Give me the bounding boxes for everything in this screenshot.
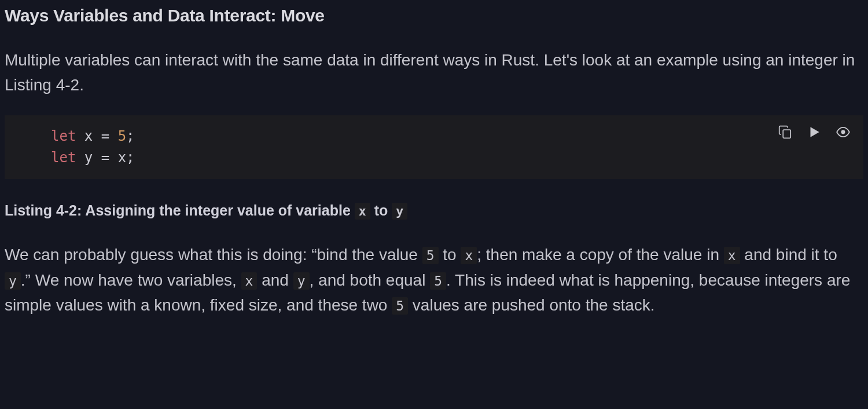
text: to (439, 246, 461, 264)
play-icon[interactable] (807, 125, 822, 140)
text: and bind it to (740, 246, 837, 264)
code-inline-y: y (293, 272, 310, 290)
caption-text: to (370, 202, 392, 218)
code-inline-5: 5 (430, 272, 446, 290)
code-inline-5: 5 (422, 247, 439, 264)
explanation-paragraph: We can probably guess what this is doing… (5, 242, 863, 317)
semicolon: ; (126, 149, 134, 166)
eye-icon[interactable] (836, 125, 851, 140)
code-inline-x: x (355, 203, 370, 220)
keyword-let: let (51, 149, 76, 166)
code-inline-5: 5 (392, 297, 408, 315)
section-heading: Ways Variables and Data Interact: Move (5, 6, 863, 25)
keyword-let: let (51, 128, 76, 144)
text: .” We now have two variables, (21, 271, 241, 289)
code-content: let x = 5; let y = x; (51, 126, 852, 169)
semicolon: ; (126, 128, 134, 144)
text: , and both equal (310, 271, 431, 289)
operator: = (101, 149, 109, 166)
code-block: let x = 5; let y = x; (5, 115, 863, 179)
copy-icon[interactable] (778, 125, 793, 140)
caption-text: Listing 4-2: Assigning the integer value… (5, 202, 355, 218)
identifier: x (84, 128, 93, 144)
identifier: x (118, 149, 126, 166)
code-inline-x: x (461, 247, 477, 264)
operator: = (101, 128, 109, 144)
text: We can probably guess what this is doing… (5, 246, 422, 264)
identifier: y (84, 149, 93, 166)
svg-point-1 (841, 130, 845, 134)
code-inline-y: y (392, 203, 407, 220)
listing-caption: Listing 4-2: Assigning the integer value… (5, 202, 863, 219)
intro-paragraph: Multiple variables can interact with the… (5, 48, 863, 98)
number-literal: 5 (118, 128, 126, 144)
code-inline-x: x (724, 247, 740, 264)
text: values are pushed onto the stack. (408, 296, 655, 314)
svg-rect-0 (783, 130, 790, 138)
text: and (257, 271, 293, 289)
code-inline-y: y (5, 272, 21, 290)
text: ; then make a copy of the value in (477, 246, 723, 264)
code-actions (778, 125, 851, 140)
code-inline-x: x (241, 272, 258, 290)
